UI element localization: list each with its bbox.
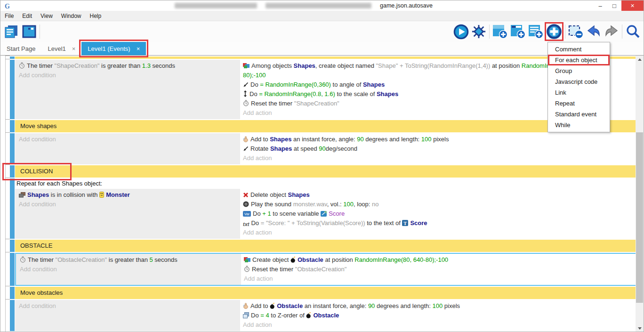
menu-item-group[interactable]: Group [548, 65, 610, 76]
menu-view[interactable]: View [36, 13, 57, 19]
scene-editor-button[interactable] [20, 23, 38, 40]
event-handle-bar[interactable] [10, 60, 15, 119]
menu-item-javascript-code[interactable]: Javascript code [548, 76, 610, 87]
maximize-button[interactable]: □ [607, 0, 621, 11]
tree-tick [5, 119, 10, 120]
text-segment: Obstacle [313, 312, 339, 319]
event-header[interactable]: Repeat for each Shapes object: [15, 178, 636, 189]
action-row[interactable]: VarDo + 1 to scene variable Score [243, 209, 634, 219]
text-segment: Score [329, 210, 345, 217]
add-action-link[interactable]: Add action [243, 154, 634, 163]
tree-tick [5, 56, 10, 56]
event-box[interactable]: Repeat for each Shapes object:Shapes is … [15, 178, 636, 239]
event-handle-bar[interactable] [10, 300, 15, 331]
event-box[interactable]: The timer "ShapeCreation" is greater tha… [15, 60, 636, 119]
action-row[interactable]: Rotate Shapes at speed 90deg/second [243, 144, 634, 154]
action-row[interactable]: Create object Obstacle at position Rando… [244, 255, 633, 265]
text-segment: at position [323, 256, 355, 263]
tab-level1[interactable]: Level1× [41, 42, 81, 55]
text-segment: Reset the timer [252, 266, 295, 273]
add-condition-link[interactable]: Add condition [19, 200, 236, 209]
scrollbar-thumb[interactable] [636, 132, 643, 303]
event-box[interactable]: Add conditionAdd to Shapes an instant fo… [15, 133, 636, 164]
menu-file[interactable]: File [0, 13, 18, 19]
play-button[interactable] [452, 23, 470, 40]
minimize-button[interactable]: – [593, 0, 607, 11]
action-row[interactable]: Play the sound monster.wav, vol.: 100, l… [243, 200, 634, 209]
menu-item-link[interactable]: Link [548, 87, 610, 98]
event-handle-bar[interactable] [10, 178, 15, 239]
add-condition-link[interactable]: Add condition [19, 301, 236, 311]
event-handle-bar[interactable] [10, 240, 15, 252]
action-row[interactable]: Do = 4 to Z-order of Obstacle [243, 311, 634, 320]
event-handle-bar[interactable] [10, 253, 15, 286]
add-action-link[interactable]: Add action [244, 274, 633, 283]
add-event-button[interactable] [491, 23, 509, 40]
redo-button[interactable] [603, 23, 620, 40]
condition-row[interactable]: Shapes is in collision with Monster [19, 190, 236, 200]
add-action-link[interactable]: Add action [243, 228, 634, 237]
text-segment: to angle of [331, 81, 363, 88]
comment-row: Move obstacles [10, 287, 636, 299]
event-handle-bar[interactable] [10, 57, 15, 59]
tree-tick [5, 286, 10, 286]
scroll-down-button[interactable] [636, 324, 644, 332]
vertical-scrollbar[interactable] [636, 56, 644, 332]
text-segment: seconds [153, 256, 177, 263]
menu-help[interactable]: Help [86, 13, 106, 19]
action-row[interactable]: Add to Obstacle an instant force, angle:… [243, 301, 634, 311]
action-row[interactable]: txtDo = "Score: " + ToString(Variable(Sc… [243, 219, 634, 228]
event-box[interactable]: Add conditionAdd to Obstacle an instant … [15, 300, 636, 331]
add-subevent-button[interactable] [509, 23, 527, 40]
text-segment: Shapes [288, 191, 310, 198]
comment-text[interactable]: Move obstacles [15, 287, 636, 299]
menu-item-comment[interactable]: Comment [548, 44, 610, 55]
event-handle-bar[interactable] [10, 133, 15, 164]
comment-text[interactable]: Move shapes [15, 120, 636, 132]
search-button[interactable] [624, 23, 642, 40]
action-row[interactable]: Add to Shapes an instant force, angle: 9… [243, 135, 634, 144]
add-comment-button[interactable] [527, 23, 545, 40]
text-segment: Shapes [27, 191, 49, 198]
add-condition-link[interactable]: Add condition [20, 265, 237, 274]
action-row[interactable]: Reset the timer "ObstacleCreation" [244, 265, 633, 274]
move-shapes-event: Add conditionAdd to Shapes an instant fo… [10, 133, 636, 164]
add-special-event-button[interactable] [546, 23, 562, 40]
tab-close-icon[interactable]: × [137, 45, 140, 52]
undo-button[interactable] [585, 23, 603, 40]
add-condition-link[interactable]: Add condition [19, 135, 236, 144]
create-object-icon [243, 63, 250, 69]
event-handle-bar[interactable] [10, 120, 15, 132]
event-box[interactable]: The timer "ObstacleCreation" is greater … [15, 253, 636, 286]
tab-label: Start Page [7, 45, 35, 52]
condition-row[interactable]: The timer "ObstacleCreation" is greater … [20, 255, 237, 265]
text-segment: Play the sound [251, 201, 293, 208]
menu-window[interactable]: Window [57, 13, 86, 19]
project-manager-button[interactable] [2, 23, 20, 40]
tab-start-page[interactable]: Start Page [0, 42, 41, 55]
menu-item-repeat[interactable]: Repeat [548, 98, 610, 109]
menu-item-standard-event[interactable]: Standard event [548, 109, 610, 120]
comment-text[interactable]: OBSTACLE [15, 240, 636, 252]
menu-item-for-each-object[interactable]: For each object [548, 55, 610, 65]
force-icon [243, 303, 249, 309]
menu-edit[interactable]: Edit [18, 13, 36, 19]
add-condition-link[interactable]: Add condition [19, 71, 236, 80]
add-action-link[interactable]: Add action [243, 320, 634, 330]
tab-close-icon[interactable]: × [72, 45, 76, 52]
conditions-column: Add condition [15, 300, 240, 331]
close-button[interactable]: × [621, 0, 644, 11]
events-sheet: The timer "ShapeCreation" is greater tha… [0, 56, 636, 332]
menu-item-while[interactable]: While [548, 120, 610, 130]
event-handle-bar[interactable] [10, 287, 15, 299]
remove-event-button[interactable] [567, 23, 585, 40]
action-row[interactable]: Delete object Shapes [243, 190, 634, 200]
comment-text[interactable]: COLLISION [15, 165, 636, 178]
event-handle-bar[interactable] [10, 165, 15, 178]
scroll-up-button[interactable] [636, 56, 644, 64]
debug-button[interactable] [470, 23, 488, 40]
tab-level1-events[interactable]: Level1 (Events)× [81, 42, 146, 55]
condition-row[interactable]: The timer "ShapeCreation" is greater tha… [19, 61, 236, 71]
text-segment: degrees and length: [375, 302, 432, 309]
toolbar [0, 21, 644, 42]
